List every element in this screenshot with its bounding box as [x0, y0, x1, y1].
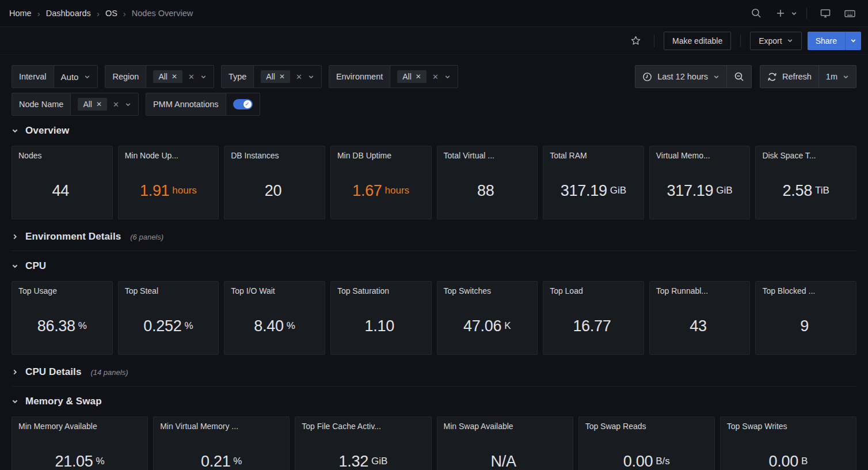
keyboard-icon[interactable]	[840, 4, 859, 22]
chevron-down-icon[interactable]	[444, 74, 451, 80]
plus-icon[interactable]	[771, 4, 790, 22]
section-header-overview[interactable]: Overview	[12, 116, 856, 143]
chip-remove-icon[interactable]: ✕	[416, 73, 421, 81]
panel-title[interactable]: Top Blocked ...	[756, 282, 856, 295]
panel-title[interactable]: Total Virtual ...	[437, 146, 538, 160]
stat-panel-min-memory-available: Min Memory Available 21.05 %	[12, 416, 148, 470]
stat-value: 9	[800, 317, 809, 335]
panel-title[interactable]: Top Swap Writes	[721, 417, 856, 431]
section-header-cpu[interactable]: CPU	[12, 251, 856, 279]
panel-title[interactable]: Top Saturation	[331, 282, 431, 295]
panel-title[interactable]: Top I/O Wait	[224, 282, 325, 295]
chevron-right-icon	[12, 233, 18, 240]
export-label: Export	[759, 36, 782, 46]
panel-value-area: 1.10	[331, 295, 431, 354]
filter-row-1: Interval Auto Region All ✕ ✕ Type All	[12, 65, 856, 88]
stat-unit: GiB	[371, 456, 387, 467]
stat-value: 16.77	[573, 317, 611, 335]
chevron-down-icon[interactable]	[200, 74, 207, 80]
stat-unit: %	[78, 320, 87, 332]
panel-title[interactable]: Top Runnabl...	[650, 282, 750, 295]
region-select[interactable]: All ✕ ✕	[146, 66, 214, 88]
node-name-select[interactable]: All ✕ ✕	[71, 93, 138, 115]
panel-title[interactable]: Disk Space T...	[756, 146, 856, 160]
section-title: Overview	[25, 125, 69, 137]
clear-all-icon[interactable]: ✕	[188, 73, 195, 81]
chevron-down-icon[interactable]	[791, 10, 797, 17]
section-header-memory-swap[interactable]: Memory & Swap	[12, 386, 856, 414]
stat-panel-db-instances: DB Instances 20	[224, 146, 325, 219]
stat-value: 1.67	[352, 182, 382, 200]
type-chip[interactable]: All ✕	[261, 70, 290, 83]
region-label: Region	[105, 66, 146, 88]
breadcrumb-separator: ›	[97, 9, 100, 18]
pmm-annotations-toggle[interactable]: ✓	[226, 93, 260, 115]
panel-title[interactable]: Top Switches	[437, 282, 538, 295]
star-icon[interactable]	[626, 32, 645, 50]
panel-title[interactable]: Top Swap Reads	[579, 417, 714, 431]
monitor-icon[interactable]	[816, 4, 835, 22]
chip-remove-icon[interactable]: ✕	[172, 73, 177, 81]
section-header-cpu-details[interactable]: CPU Details (14 panels)	[12, 359, 856, 386]
refresh-interval-select[interactable]: 1m	[818, 66, 856, 88]
interval-select[interactable]: Auto	[54, 66, 98, 88]
clear-all-icon[interactable]: ✕	[296, 73, 302, 81]
panel-title[interactable]: Min DB Uptime	[331, 146, 431, 160]
panel-value-area: 43	[650, 295, 750, 354]
zoom-out-time-button[interactable]	[726, 66, 751, 88]
make-editable-button[interactable]: Make editable	[664, 32, 731, 50]
panel-title[interactable]: Min Swap Available	[437, 417, 573, 431]
panel-title[interactable]: Top Usage	[12, 282, 112, 295]
region-chip[interactable]: All ✕	[153, 70, 182, 83]
stat-unit: %	[287, 320, 295, 332]
share-menu-caret[interactable]	[845, 32, 861, 50]
add-menu[interactable]	[771, 4, 797, 22]
environment-filter: Environment All ✕ ✕	[329, 65, 458, 88]
stat-value: 20	[265, 182, 281, 200]
panel-title[interactable]: Nodes	[12, 146, 112, 160]
panel-value-area: 0.00 B/s	[579, 431, 714, 470]
panel-title[interactable]: Min Memory Available	[12, 417, 147, 431]
panel-title[interactable]: Top File Cache Activ...	[295, 417, 431, 431]
environment-select[interactable]: All ✕ ✕	[390, 66, 458, 88]
time-range-picker[interactable]: Last 12 hours	[635, 66, 726, 88]
panel-title[interactable]: Total RAM	[543, 146, 644, 160]
stat-value: 86.38	[37, 317, 75, 335]
chevron-down-icon[interactable]	[125, 101, 131, 108]
share-button[interactable]: Share	[808, 32, 845, 50]
panel-value-area: 1.67 hours	[331, 160, 431, 219]
clear-all-icon[interactable]: ✕	[432, 73, 439, 81]
chip-label: All	[83, 100, 92, 109]
search-icon[interactable]	[747, 4, 766, 22]
panel-title[interactable]: DB Instances	[224, 146, 325, 160]
panel-title[interactable]: Virtual Memo...	[650, 146, 750, 160]
clear-all-icon[interactable]: ✕	[113, 100, 119, 109]
divider	[740, 35, 741, 47]
stat-value: 47.06	[463, 317, 501, 335]
stat-value: 0.00	[623, 453, 653, 470]
refresh-interval-value: 1m	[826, 72, 837, 81]
time-controls: Last 12 hours Refresh	[635, 65, 856, 88]
refresh-button[interactable]: Refresh	[760, 66, 818, 88]
panel-title[interactable]: Top Load	[543, 282, 644, 295]
chip-remove-icon[interactable]: ✕	[279, 73, 285, 81]
chip-remove-icon[interactable]: ✕	[96, 100, 102, 108]
panel-title[interactable]: Min Node Up...	[119, 146, 219, 160]
breadcrumb-home[interactable]: Home	[9, 9, 32, 18]
section-header-environment-details[interactable]: Environment Details (6 panels)	[12, 224, 856, 251]
type-select[interactable]: All ✕ ✕	[254, 66, 321, 88]
breadcrumb-separator: ›	[37, 9, 40, 18]
panel-value-area: 47.06 K	[437, 295, 538, 354]
panel-value-area: 0.00 B	[721, 431, 856, 470]
chevron-down-icon[interactable]	[308, 74, 314, 80]
environment-chip[interactable]: All ✕	[397, 70, 427, 83]
node-name-chip[interactable]: All ✕	[78, 98, 107, 111]
export-button[interactable]: Export	[750, 32, 801, 50]
panel-title[interactable]: Top Steal	[119, 282, 219, 295]
share-split-button: Share	[808, 32, 861, 50]
panel-title[interactable]: Min Virtual Memory ...	[154, 417, 289, 431]
breadcrumb-os[interactable]: OS	[105, 9, 117, 18]
breadcrumb-dashboards[interactable]: Dashboards	[46, 9, 91, 18]
panel-value-area: 2.58 TiB	[756, 160, 856, 219]
stat-unit: hours	[385, 185, 410, 196]
